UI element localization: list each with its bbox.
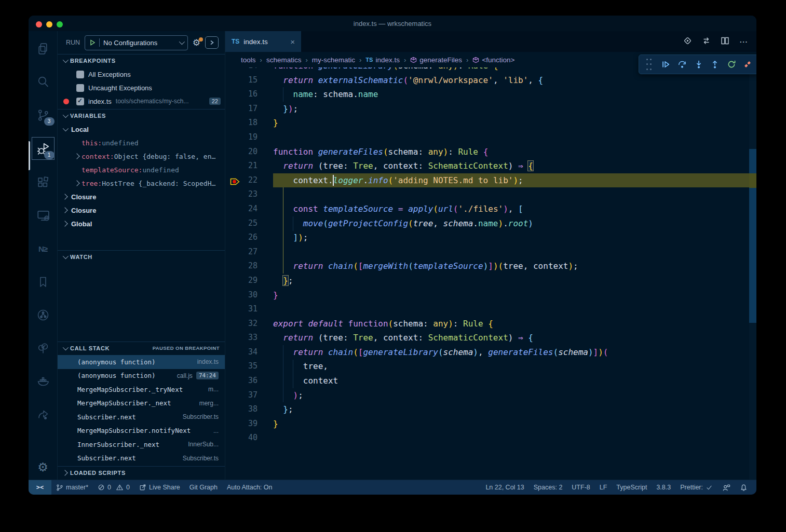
ts-version-item[interactable]: 3.8.3: [652, 480, 675, 495]
code-line[interactable]: 17 });: [225, 102, 749, 116]
code-line[interactable]: 20function generateFiles(schema: any): R…: [225, 145, 749, 159]
code-line[interactable]: 32export default function(schema: any): …: [225, 317, 749, 331]
variable-row[interactable]: this: undefined: [58, 136, 225, 149]
debug-toolbar[interactable]: [639, 54, 756, 74]
code-line[interactable]: 16 name: schema.name: [225, 87, 749, 102]
remote-explorer-icon[interactable]: [32, 204, 54, 226]
call-stack-section-header[interactable]: CALL STACK PAUSED ON BREAKPOINT: [58, 342, 225, 354]
zoom-window-button[interactable]: [57, 21, 63, 28]
code-line[interactable]: 22 context.logger.info('adding NOTES.md …: [225, 173, 749, 188]
line-number[interactable]: 29: [225, 274, 258, 288]
checkbox-checked[interactable]: [76, 98, 84, 105]
code-line[interactable]: 30}: [225, 288, 749, 303]
variables-section-header[interactable]: VARIABLES: [58, 109, 225, 121]
step-over-button[interactable]: [676, 58, 688, 71]
line-number[interactable]: 27: [225, 245, 258, 260]
code-line[interactable]: 18}: [225, 116, 749, 130]
line-number[interactable]: 15: [225, 73, 258, 88]
minimize-window-button[interactable]: [46, 21, 52, 28]
line-number[interactable]: 19: [225, 130, 258, 145]
split-editor-icon[interactable]: [721, 36, 729, 47]
code-line[interactable]: 28 return chain([mergeWith(templateSourc…: [225, 259, 749, 274]
close-window-button[interactable]: [36, 21, 42, 28]
live-share-view-icon[interactable]: [32, 404, 54, 426]
breadcrumb-item[interactable]: generateFiles: [410, 56, 462, 64]
notifications-item[interactable]: [735, 480, 752, 495]
run-debug-icon[interactable]: 1: [32, 137, 55, 160]
git-branch-item[interactable]: master*: [51, 480, 93, 495]
remote-indicator[interactable]: ><: [29, 480, 51, 495]
eol-item[interactable]: LF: [595, 480, 612, 495]
manage-gear-icon[interactable]: ⚙: [29, 460, 57, 474]
extensions-icon[interactable]: [32, 171, 54, 193]
close-tab-icon[interactable]: ×: [290, 37, 295, 46]
language-mode-item[interactable]: TypeScript: [612, 480, 652, 495]
code-line[interactable]: 36 context: [225, 374, 749, 388]
disconnect-button[interactable]: [741, 58, 754, 71]
test-explorer-icon[interactable]: [32, 337, 54, 359]
line-number[interactable]: 20: [225, 145, 258, 159]
line-number[interactable]: 40: [225, 431, 258, 445]
breakpoints-section-header[interactable]: BREAKPOINTS: [58, 54, 225, 66]
line-number[interactable]: 38: [225, 402, 258, 417]
code-line[interactable]: 35 tree,: [225, 359, 749, 374]
prettier-item[interactable]: Prettier:: [675, 480, 717, 495]
encoding-item[interactable]: UTF-8: [567, 480, 594, 495]
indentation-item[interactable]: Spaces: 2: [529, 480, 567, 495]
variables-scope-row[interactable]: Local: [58, 122, 225, 136]
code-line[interactable]: 23: [225, 187, 749, 202]
stack-frame-row[interactable]: MergeMapSubscriber._tryNextm...: [58, 383, 225, 397]
breadcrumb-item[interactable]: my-schematic: [312, 56, 355, 64]
run-diff-icon[interactable]: [683, 36, 692, 47]
nx-console-icon[interactable]: N≥: [32, 238, 54, 260]
stack-frame-row[interactable]: MergeMapSubscriber._nextmerg...: [58, 397, 225, 411]
code-line[interactable]: 19: [225, 130, 749, 145]
variables-scope-row[interactable]: Closure: [58, 190, 225, 203]
line-number[interactable]: 26: [225, 230, 258, 245]
line-number[interactable]: 24: [225, 202, 258, 216]
line-number[interactable]: 31: [225, 302, 258, 317]
stack-frame-row[interactable]: Subscriber.nextSubscriber.ts: [58, 452, 225, 466]
restart-button[interactable]: [725, 58, 738, 71]
line-number[interactable]: 21: [225, 159, 258, 173]
breakpoint-all-exceptions[interactable]: All Exceptions: [58, 67, 225, 81]
search-icon[interactable]: [32, 71, 54, 92]
debug-console-button[interactable]: [205, 36, 219, 49]
variable-row[interactable]: context: Object {debug: false, en…: [58, 149, 225, 163]
code-line[interactable]: 31: [225, 302, 749, 317]
breakpoint-uncaught-exceptions[interactable]: Uncaught Exceptions: [58, 81, 225, 94]
traffic-lights[interactable]: [36, 21, 63, 28]
line-number[interactable]: 30: [225, 288, 258, 303]
current-breakpoint-arrow-icon[interactable]: [230, 176, 240, 190]
stack-frame-row[interactable]: MergeMapSubscriber.notifyNext...: [58, 424, 225, 438]
breadcrumb-item[interactable]: tools: [241, 56, 256, 64]
line-number[interactable]: 25: [225, 216, 258, 231]
line-number[interactable]: 39: [225, 417, 258, 431]
auto-attach-item[interactable]: Auto Attach: On: [222, 480, 277, 495]
line-number[interactable]: 37: [225, 388, 258, 403]
stack-frame-row[interactable]: (anonymous function)index.ts: [58, 355, 225, 369]
checkbox-unchecked[interactable]: [76, 71, 84, 78]
code-line[interactable]: 24 const templateSource = apply(url('./f…: [225, 202, 749, 216]
code-line[interactable]: 39}: [225, 417, 749, 431]
tab-index-ts[interactable]: TS index.ts ×: [225, 31, 301, 52]
line-number[interactable]: 33: [225, 331, 258, 345]
watch-section-header[interactable]: WATCH: [58, 250, 225, 263]
live-share-item[interactable]: Live Share: [134, 480, 185, 495]
code-line[interactable]: 29 };: [225, 274, 749, 288]
drag-handle-icon[interactable]: [643, 58, 656, 71]
breadcrumb-item[interactable]: <function>: [472, 56, 514, 64]
sync-changes-icon[interactable]: [702, 36, 711, 47]
checkbox-unchecked[interactable]: [76, 84, 84, 92]
stack-frame-row[interactable]: InnerSubscriber._nextInnerSub...: [58, 438, 225, 452]
problems-item[interactable]: 0 0: [93, 480, 134, 495]
variable-row[interactable]: tree: HostTree {_backend: ScopedH…: [58, 176, 225, 190]
cursor-position-item[interactable]: Ln 22, Col 13: [481, 480, 528, 495]
code-line[interactable]: 15 return externalSchematic('@nrwl/works…: [225, 73, 749, 88]
code-line[interactable]: 26 ]);: [225, 230, 749, 245]
code-line[interactable]: 38 };: [225, 402, 749, 417]
docker-icon[interactable]: [32, 371, 54, 392]
line-number[interactable]: 34: [225, 345, 258, 360]
variable-row[interactable]: templateSource: undefined: [58, 163, 225, 176]
variables-scope-row[interactable]: Global: [58, 217, 225, 230]
